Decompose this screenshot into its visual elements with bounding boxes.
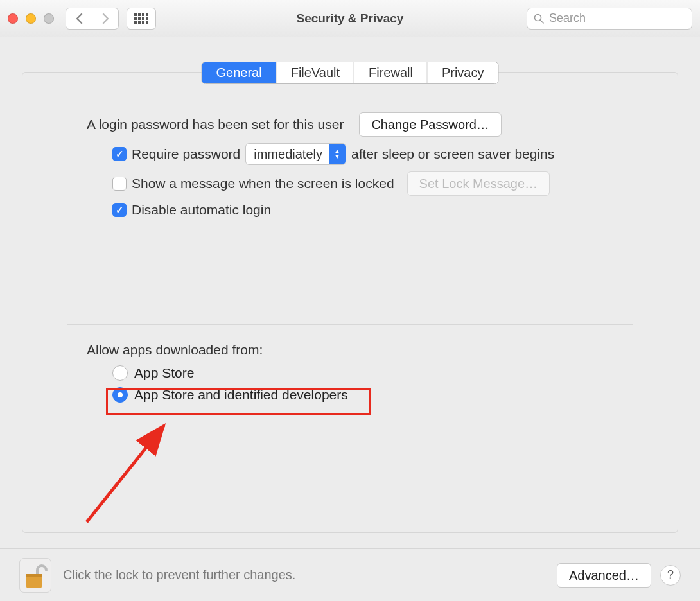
show-all-prefs-button[interactable] [127, 8, 156, 30]
show-lock-message-label: Show a message when the screen is locked [132, 176, 394, 191]
content-panel: General FileVault Firewall Privacy A log… [22, 72, 678, 533]
tab-privacy[interactable]: Privacy [427, 62, 498, 83]
back-button[interactable] [66, 8, 92, 30]
gatekeeper-heading: Allow apps downloaded from: [87, 342, 639, 358]
window-controls [8, 13, 54, 24]
tab-bar: General FileVault Firewall Privacy [202, 62, 499, 84]
tab-general[interactable]: General [202, 62, 276, 83]
require-password-label-before: Require password [132, 146, 240, 162]
require-password-label-after: after sleep or screen saver begins [351, 146, 554, 162]
search-input[interactable] [548, 11, 685, 26]
require-password-delay-select[interactable]: immediately ▲▼ [245, 143, 346, 165]
tab-firewall[interactable]: Firewall [354, 62, 427, 83]
titlebar: Security & Privacy [0, 0, 700, 37]
show-lock-message-checkbox[interactable] [112, 177, 127, 191]
disable-auto-login-label: Disable automatic login [132, 202, 271, 218]
zoom-window-button[interactable] [44, 13, 54, 24]
search-icon [534, 13, 544, 24]
svg-line-1 [541, 20, 544, 23]
grid-icon [134, 13, 148, 24]
footer-bar: Click the lock to prevent further change… [0, 548, 700, 601]
annotation-highlight [106, 388, 371, 415]
require-password-delay-value: immediately [246, 147, 329, 162]
help-button[interactable]: ? [660, 565, 681, 586]
radio-app-store[interactable] [112, 365, 128, 381]
chevron-left-icon [76, 13, 83, 24]
svg-line-2 [87, 426, 164, 522]
lock-button[interactable] [19, 558, 51, 593]
change-password-button[interactable]: Change Password… [359, 112, 501, 137]
footer-hint: Click the lock to prevent further change… [63, 568, 295, 582]
svg-rect-4 [26, 574, 42, 577]
section-divider [67, 324, 633, 325]
disable-auto-login-checkbox[interactable]: ✓ [112, 203, 127, 217]
minimize-window-button[interactable] [26, 13, 36, 24]
forward-button[interactable] [92, 8, 119, 30]
search-field[interactable] [527, 8, 692, 30]
require-password-checkbox[interactable]: ✓ [112, 147, 127, 161]
lock-open-icon [22, 561, 48, 592]
annotation-arrow [80, 413, 183, 528]
nav-group [66, 8, 119, 30]
login-password-status: A login password has been set for this u… [87, 117, 344, 132]
tab-filevault[interactable]: FileVault [276, 62, 354, 83]
updown-arrows-icon: ▲▼ [329, 144, 346, 164]
radio-app-store-label: App Store [134, 365, 194, 381]
chevron-right-icon [102, 13, 109, 24]
set-lock-message-button: Set Lock Message… [407, 171, 550, 196]
advanced-button[interactable]: Advanced… [557, 563, 651, 588]
login-section: A login password has been set for this u… [87, 112, 639, 224]
close-window-button[interactable] [8, 13, 18, 24]
